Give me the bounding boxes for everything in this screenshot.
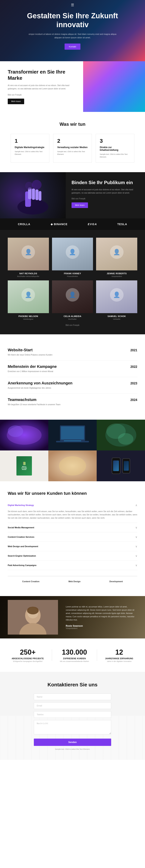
contact-submit-button[interactable]: Senden [34,739,111,746]
hands-illustration [14,176,52,215]
team-role-4: Buchhalter [52,318,93,320]
accordion-header-5[interactable]: Paid Advertising Campaigns ∨ [8,561,137,570]
team-photo-5: 👤 [96,280,137,313]
chevron-down-icon-5: ∨ [135,564,137,567]
stat-desc-2: Jahre in der digitalen Innovation [105,660,133,662]
service-desc-3: Sample text. Click to select this Text E… [100,153,130,158]
footer-tag-2: Web Design [68,580,81,583]
milestone-left-0: Website-Start Wir feiern die neue Online… [8,348,52,356]
stat-label-1: ZUFRIEDENE KUNDEN [60,657,89,660]
team-link-anchor[interactable]: Bild von Freepik [66,324,79,326]
service-card-1: 1 Digitale Marketingstrategie Sample tex… [10,134,49,162]
svg-point-10 [8,426,23,437]
engage-section: Binden Sie Ihr Publikum ein At vero eos … [0,172,145,218]
form-group-name [34,693,111,700]
milestone-year-2: 2023 [130,382,137,385]
accordion-header-2[interactable]: Content Creation Services ∨ [8,532,137,541]
transform-link[interactable]: Bild von Freepik [8,94,77,96]
phone-input[interactable] [34,711,111,718]
email-input[interactable] [34,702,111,709]
accordion-section: Was wir für unsere Kunden tun können Dig… [0,481,145,596]
hero-cta-button[interactable]: Kontakt [65,43,80,50]
stat-item-1: 130.000 ZUFRIEDENE KUNDEN Mit uns zusamm… [60,648,89,662]
accordion-header-1[interactable]: Social Media Management ∨ [8,523,137,532]
accordion-item-4: Search Engine Optimization ∨ [8,551,137,561]
milestone-2: Anerkennung von Auszeichnungen Ausgezeic… [8,377,137,394]
gallery-item-3 [97,420,145,451]
svg-point-6 [25,182,33,189]
team-photo-0: 👤 [8,238,49,270]
milestone-3: Teamwachstum Wir begrüßen 10 neue orient… [8,394,137,410]
team-member-2: 👤 JENNIE ROBERTS Vizepräsident [96,238,137,277]
accordion-item-5: Paid Advertising Campaigns ∨ [8,561,137,570]
service-desc-2: Sample text. Click to select this Text E… [57,150,88,156]
team-name-0: NAT REYNOLDS [8,272,49,275]
transform-cta-button[interactable]: Mehr lesen [8,99,24,104]
logo-crolla: CROLLA [18,223,30,226]
svg-point-7 [32,180,42,189]
accordion-label-4: Search Engine Optimization [8,555,36,557]
milestone-desc-2: Ausgezeichnet als beste Digitalagentur d… [8,386,72,390]
person-silhouette-1: 👤 [66,245,79,259]
gallery-abstract-2 [97,420,145,451]
team-role-3: Webdesigner [8,318,49,320]
milestone-left-3: Teamwachstum Wir begrüßen 10 neue orient… [8,398,61,406]
message-textarea[interactable] [34,720,111,734]
name-input[interactable] [34,693,111,700]
person-silhouette-3: 👤 [21,288,35,302]
gallery-book: 📗 BRICHFUTUREINSIDE [17,456,32,475]
engage-cta-button[interactable]: Mehr lesen [72,203,88,208]
hero-nav: ☰ [71,3,74,7]
accordion-label-5: Paid Advertising Campaigns [8,564,37,566]
testimonial-person-title: Vizepräsident [66,627,137,629]
form-group-phone [34,711,111,718]
testimonial-section: Lorem pulvinar ac nibh et, accumsan tell… [0,596,145,639]
team-link[interactable]: Bild von Freepik [8,323,137,327]
team-role-5: Verkäufer [96,318,137,320]
form-group-message [34,720,111,735]
accordion-header-0[interactable]: Digital Marketing Strategy ∧ [8,500,137,510]
transform-image [83,61,145,112]
gallery-laptop [48,420,97,451]
gallery-phone-1 [112,458,120,474]
accordion-content-0: Sie können auch dann, wenn Sie nicht wis… [8,510,137,523]
hamburger-icon[interactable]: ☰ [71,3,74,7]
accordion-header-4[interactable]: Search Engine Optimization ∨ [8,551,137,560]
milestone-left-2: Anerkennung von Auszeichnungen Ausgezeic… [8,381,72,390]
engage-image [0,172,66,218]
stats-section: 250+ ABGESCHLOSSENE PROJEKTE Erfolgreich… [0,639,145,672]
service-number-3: 3 [100,138,130,144]
milestone-title-1: Mellenstein der Kampagne [8,364,57,369]
milestone-title-3: Teamwachstum [8,398,61,402]
svg-point-0 [17,199,48,215]
gallery-item-6 [97,451,145,481]
milestone-1: Mellenstein der Kampagne Erreichen von 1… [8,361,137,377]
testimonial-quote: Lorem pulvinar ac nibh et, accumsan tell… [66,605,137,621]
engage-link[interactable]: Bild von Freepik [72,197,139,200]
chevron-down-icon-4: ∨ [135,554,137,557]
services-footer-tags: Content Creation Web Design Development [8,576,137,586]
svg-rect-13 [61,426,84,439]
accordion-item-2: Content Creation Services ∨ [8,532,137,542]
stat-number-0: 250+ [12,648,44,656]
accordion-header-3[interactable]: Web Design and Development ∨ [8,542,137,551]
person-silhouette-4: 👤 [66,288,79,302]
team-name-5: SAMUEL SCHOK [96,315,137,317]
testimonial-name: Roxie Swanson [66,625,137,627]
footer-tag-3: Development [110,580,123,583]
accordion-label-2: Content Creation Services [8,536,34,538]
hero-title: Gestalten Sie Ihre Zukunft innovativ [16,11,129,29]
contact-form: Senden [34,693,111,746]
chevron-down-icon-2: ∨ [135,535,137,538]
hero-description: empor incidunt ut labore et dolore magna… [28,33,117,39]
accordion-label-0: Digital Marketing Strategy [8,504,34,506]
milestone-year-3: 2024 [130,398,137,402]
services-grid: 1 Digitale Marketingstrategie Sample tex… [8,134,137,162]
stat-divider-1 [52,649,52,661]
gallery-abstract-1 [0,420,48,451]
svg-rect-5 [39,191,41,201]
accordion-item-0: Digital Marketing Strategy ∧ Sie können … [8,500,137,523]
milestone-year-1: 2022 [130,365,137,369]
chevron-down-icon-1: ∨ [135,526,137,529]
contact-section: Kontaktieren Sie uns Senden Sample text.… [0,672,145,760]
